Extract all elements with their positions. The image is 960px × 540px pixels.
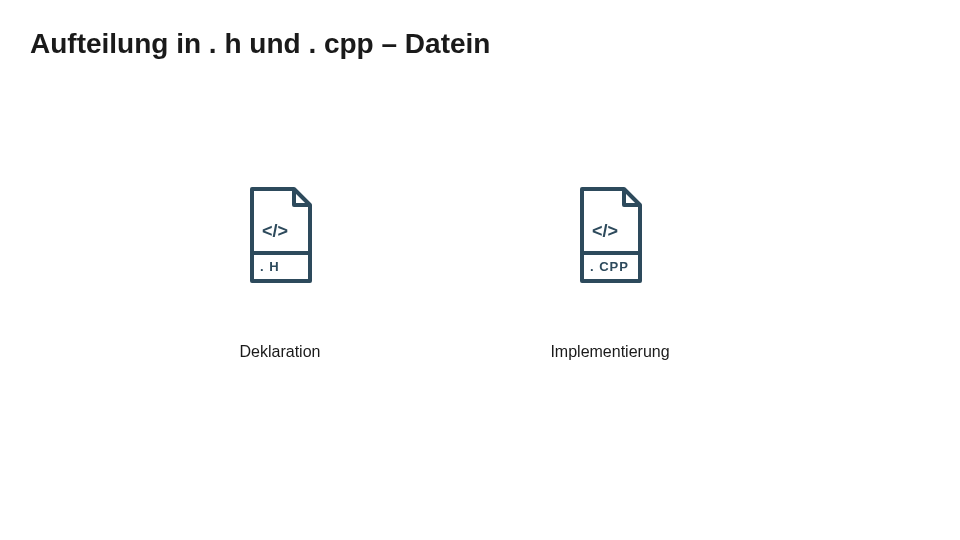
code-file-h-icon: </> . H [240, 185, 320, 285]
caption-h: Deklaration [240, 343, 321, 361]
svg-text:</>: </> [262, 221, 288, 241]
caption-cpp: Implementierung [550, 343, 669, 361]
ext-label-cpp: . CPP [590, 259, 629, 274]
file-h-container: </> . H Deklaration [130, 185, 430, 361]
file-icons-row: </> . H Deklaration </> . CPP Implementi… [0, 185, 960, 361]
ext-label-h: . H [260, 259, 280, 274]
code-file-cpp-icon: </> . CPP [570, 185, 650, 285]
svg-text:</>: </> [592, 221, 618, 241]
slide-title: Aufteilung in . h und . cpp – Datein [30, 28, 490, 60]
file-cpp-container: </> . CPP Implementierung [460, 185, 760, 361]
